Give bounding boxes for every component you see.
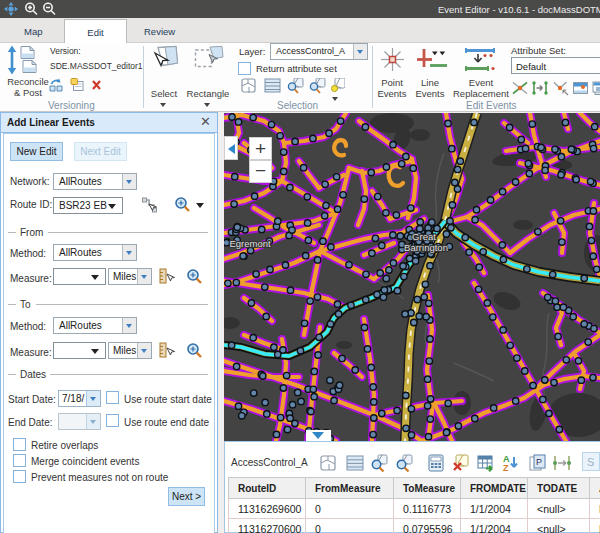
svg-text:Barrington: Barrington [404, 242, 448, 253]
svg-text:Z: Z [503, 463, 509, 472]
svg-text:P: P [536, 457, 542, 467]
svg-text:Great: Great [412, 231, 436, 242]
svg-text:Egremont: Egremont [229, 238, 271, 249]
